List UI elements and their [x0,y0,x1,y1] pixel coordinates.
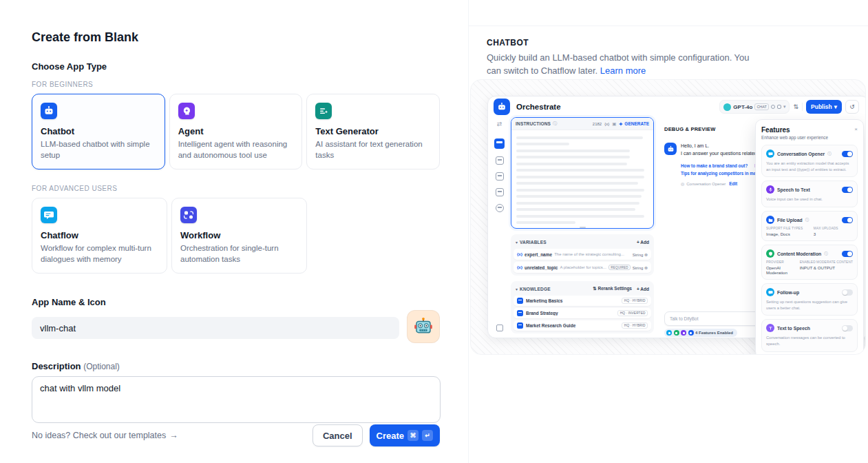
history-button: ↺ [845,100,859,114]
card-title: Chatbot [41,126,156,136]
feature-dot-icon [681,330,686,336]
variable-icon: {x} [517,265,522,269]
choose-app-type-label: Choose App Type [32,61,440,72]
folder-icon [766,216,774,224]
publish-button: Publish ▾ [806,100,842,114]
group-label-beginners: FOR BEGINNERS [32,81,440,88]
variable-insert-icon: {x} [604,122,609,126]
caret-down-icon: ▾ [516,240,518,245]
feature-dot-icon [666,330,672,336]
card-title: Workflow [180,230,298,240]
arrow-right-icon: → [169,431,178,440]
suggested-question: Tips for analyzing competitors in market [681,171,764,176]
toggle [842,251,853,257]
knowledge-section: ▾ KNOWLEDGE ⇅ Rerank Settings + Add Mark… [511,281,654,333]
app-icon-button[interactable] [407,310,440,343]
feature-speech-to-text: Speech to Text Voice input can be used i… [761,181,858,207]
app-type-card-chatbot[interactable]: Chatbot LLM-based chatbot with simple se… [32,94,165,169]
retrieval-badge: HQ · HYBRID [622,298,648,304]
variable-row: {x} unrelated_topic A placeholder for to… [514,262,651,273]
add-variable-button: + Add [637,240,649,245]
knowledge-row: Brand Strategy HQ · INVERTED [514,308,651,318]
toggle [842,325,853,331]
agent-icon [178,103,195,119]
copy-icon: ▣ [612,121,616,127]
rerank-icon: ⇅ [593,286,596,291]
instructions-label: INSTRUCTIONS [516,121,551,126]
knowledge-row: Marketing Basics HQ · HYBRID [514,296,651,306]
sparkle-icon [619,122,623,126]
greeting-line: Hello, I am L. [681,143,764,150]
card-title: Agent [178,126,294,136]
create-button[interactable]: Create ⌘ ↵ [370,424,440,446]
feature-content-moderation: Content Moderation ⓘ PROVIDEROpenAI Mode… [761,245,858,280]
resize-handle [580,227,586,228]
app-type-card-agent[interactable]: Agent Intelligent agent with reasoning a… [169,94,303,169]
templates-link[interactable]: No ideas? Check out our templates → [32,431,178,440]
close-icon: × [854,126,858,132]
preview-top-strip [469,0,868,26]
microphone-icon [766,185,774,194]
info-icon: ⓘ [553,121,557,127]
toggle [842,187,853,193]
orchestrate-title: Orchestrate [516,103,561,111]
variables-section: ▾ VARIABLES + Add {x} expert_name The na… [511,234,654,276]
retrieval-badge: HQ · HYBRID [622,322,648,329]
learn-more-link[interactable]: Learn more [600,65,646,76]
variable-row: {x} expert_name The name of the strategi… [514,249,651,260]
preview-sidebar-rail: ⇄ [488,117,511,338]
dataset-icon [517,310,523,316]
feature-dot-icon [688,330,694,336]
feature-conversation-opener: Conversation Opener ⓘ You are an entity … [761,145,858,177]
app-type-card-workflow[interactable]: Workflow Orchestration for single-turn a… [171,198,307,274]
enter-key-icon: ↵ [422,430,433,441]
description-textarea[interactable]: chat with vllm model [32,376,441,423]
feature-file-upload: File Upload ⓘ SUPPORT FILE TYPESImage, D… [761,211,858,241]
card-desc: AI assistant for text generation tasks [315,139,431,161]
feature-dot-icon [674,330,679,336]
cmd-key-icon: ⌘ [407,430,419,441]
app-type-card-text-generator[interactable]: Text Generator AI assistant for text gen… [306,94,440,169]
text-generator-icon [315,103,332,119]
create-app-modal: Create from Blank Choose App Type FOR BE… [0,0,469,463]
card-desc: Workflow for complex multi-turn dialogue… [41,243,158,265]
chevron-down-icon: ▾ [834,103,837,110]
toggle [842,217,853,223]
required-badge: REQUIRED [608,265,630,270]
knowledge-row: Market Research Guide HQ · HYBRID [514,320,651,331]
model-selector: GPT-4o CHAT ▾ [719,100,790,114]
card-desc: LLM-based chatbot with simple setup [41,139,156,161]
toggle [842,289,853,296]
mic-icon [771,105,775,109]
feature-text-to-speech: Text to Speech Conversation messages can… [761,319,858,351]
image-nav-icon [496,156,504,165]
instructions-skeleton [511,130,653,227]
note-nav-icon [496,188,504,196]
instructions-panel: INSTRUCTIONS ⓘ 2182 {x} ▣ GENERATE [511,117,654,229]
divider [802,103,803,111]
chat-bubble-icon [766,150,774,158]
app-type-card-chatflow[interactable]: Chatflow Workflow for complex multi-turn… [32,198,167,274]
shield-icon [766,249,774,258]
app-name-label: App Name & Icon [32,297,440,307]
app-name-input[interactable] [32,317,399,339]
greeting-line: I can answer your questions related [681,150,764,158]
cancel-button[interactable]: Cancel [313,424,363,446]
retrieval-badge: HQ · INVERTED [617,310,648,316]
toggle [842,151,853,157]
preview-image-container: Orchestrate GPT-4o CHAT ▾ ⇅ Publish ▾ [470,79,866,355]
preview-heading: CHATBOT [487,38,868,48]
frame-icon [496,325,503,331]
orchestrate-nav-icon [494,138,505,149]
page-title: Create from Blank [32,30,440,45]
add-knowledge-button: + Add [637,287,649,291]
globe-nav-icon [496,204,504,212]
group-label-advanced: FOR ADVANCED USERS [32,185,440,192]
preview-description: Quickly build an LLM-based chatbot with … [487,52,762,78]
dataset-icon [517,322,523,329]
card-desc: Orchestration for single-turn automation… [180,243,298,265]
document-nav-icon [496,172,504,181]
card-desc: Intelligent agent with reasoning and aut… [178,139,294,161]
optional-label: (Optional) [83,362,120,371]
description-label: Description (Optional) [32,361,440,371]
